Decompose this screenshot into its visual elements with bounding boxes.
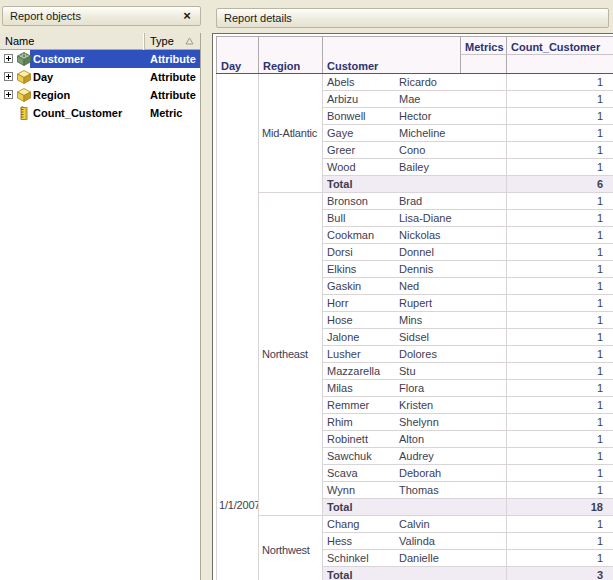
total-value-cell[interactable]: 3	[507, 567, 613, 580]
total-label-cell[interactable]: Total	[323, 176, 507, 193]
metric-value-cell[interactable]: 1	[507, 346, 613, 363]
report-objects-title: Report objects	[10, 10, 81, 22]
customer-cell[interactable]: HorrRupert	[323, 295, 507, 312]
metric-value-cell[interactable]: 1	[507, 550, 613, 567]
metric-value-cell[interactable]: 1	[507, 516, 613, 533]
tree-item-label: Count_Customer	[33, 104, 122, 122]
region-cell[interactable]: Mid-Atlantic	[259, 74, 323, 193]
metric-value-cell[interactable]: 1	[507, 74, 613, 91]
metric-value-cell[interactable]: 1	[507, 380, 613, 397]
customer-cell[interactable]: BonwellHector	[323, 108, 507, 125]
metric-value-cell[interactable]: 1	[507, 431, 613, 448]
metric-value-cell[interactable]: 1	[507, 227, 613, 244]
metric-value-cell[interactable]: 1	[507, 261, 613, 278]
header-day[interactable]: Day	[217, 37, 259, 74]
column-header-type[interactable]: Type	[145, 33, 200, 50]
customer-cell[interactable]: JaloneSidsel	[323, 329, 507, 346]
customer-cell[interactable]: GaskinNed	[323, 278, 507, 295]
day-cell[interactable]: 1/1/2007	[217, 74, 259, 580]
tree-item-type: Attribute	[150, 86, 196, 104]
customer-cell[interactable]: MilasFlora	[323, 380, 507, 397]
total-value-cell[interactable]: 18	[507, 499, 613, 516]
metric-value-cell[interactable]: 1	[507, 312, 613, 329]
attribute-icon	[16, 88, 32, 102]
header-region[interactable]: Region	[259, 37, 323, 74]
grid-data-row: 1/1/2007Mid-AtlanticAbelsRicardo1	[217, 74, 613, 91]
metric-value-cell[interactable]: 1	[507, 329, 613, 346]
customer-cell[interactable]: GayeMicheline	[323, 125, 507, 142]
report-details-titlebar: Report details	[216, 8, 609, 28]
tree-item-day[interactable]: DayAttribute	[0, 68, 200, 86]
application-window: Report objects × Name Type	[0, 0, 613, 580]
column-header-name[interactable]: Name	[0, 33, 145, 50]
tree-item-customer[interactable]: CustomerAttribute	[0, 50, 200, 68]
header-customer[interactable]: Customer	[323, 37, 461, 74]
report-grid-area: Day Region Customer Metrics Count_Custom…	[212, 33, 613, 580]
tree-item-label: Customer	[33, 50, 84, 68]
customer-cell[interactable]: CookmanNickolas	[323, 227, 507, 244]
customer-cell[interactable]: BullLisa-Diane	[323, 210, 507, 227]
expand-plus-icon[interactable]	[4, 72, 13, 81]
customer-cell[interactable]: SchinkelDanielle	[323, 550, 507, 567]
customer-cell[interactable]: HessValinda	[323, 533, 507, 550]
customer-cell[interactable]: MazzarellaStu	[323, 363, 507, 380]
report-details-panel: Report details Day Region Customer Metri…	[212, 0, 613, 580]
metric-value-cell[interactable]: 1	[507, 159, 613, 176]
metric-value-cell[interactable]: 1	[507, 448, 613, 465]
metric-value-cell[interactable]: 1	[507, 142, 613, 159]
header-count-customer[interactable]: Count_Customer	[507, 37, 613, 55]
metric-value-cell[interactable]: 1	[507, 278, 613, 295]
metric-value-cell[interactable]: 1	[507, 244, 613, 261]
customer-cell[interactable]: LusherDolores	[323, 346, 507, 363]
customer-cell[interactable]: WoodBailey	[323, 159, 507, 176]
customer-cell[interactable]: GreerCono	[323, 142, 507, 159]
customer-cell[interactable]: DorsiDonnel	[323, 244, 507, 261]
metric-value-cell[interactable]: 1	[507, 125, 613, 142]
header-metrics-sub[interactable]	[461, 55, 507, 74]
total-label-cell[interactable]: Total	[323, 567, 507, 580]
customer-cell[interactable]: AbelsRicardo	[323, 74, 507, 91]
report-objects-list: Name Type CustomerAttribute DayAttribute	[0, 33, 201, 580]
region-cell[interactable]: Northeast	[259, 193, 323, 516]
metric-value-cell[interactable]: 1	[507, 482, 613, 499]
sort-ascending-icon	[185, 37, 194, 45]
customer-cell[interactable]: ArbizuMae	[323, 91, 507, 108]
metric-value-cell[interactable]: 1	[507, 397, 613, 414]
tree-item-label: Day	[33, 68, 53, 86]
report-grid: Day Region Customer Metrics Count_Custom…	[216, 36, 613, 580]
customer-cell[interactable]: HoseMins	[323, 312, 507, 329]
customer-cell[interactable]: WynnThomas	[323, 482, 507, 499]
customer-cell[interactable]: ChangCalvin	[323, 516, 507, 533]
metric-value-cell[interactable]: 1	[507, 193, 613, 210]
region-cell[interactable]: Northwest	[259, 516, 323, 580]
customer-cell[interactable]: BronsonBrad	[323, 193, 507, 210]
customer-cell[interactable]: SawchukAudrey	[323, 448, 507, 465]
total-value-cell[interactable]: 6	[507, 176, 613, 193]
customer-cell[interactable]: ScavaDeborah	[323, 465, 507, 482]
tree-item-region[interactable]: RegionAttribute	[0, 86, 200, 104]
tree-item-type: Metric	[150, 104, 182, 122]
customer-cell[interactable]: RemmerKristen	[323, 397, 507, 414]
grid-data-row: NortheastBronsonBrad1	[217, 193, 613, 210]
metric-value-cell[interactable]: 1	[507, 363, 613, 380]
metric-value-cell[interactable]: 1	[507, 108, 613, 125]
report-details-title: Report details	[224, 12, 292, 24]
header-metrics[interactable]: Metrics	[461, 37, 507, 55]
header-count-customer-sub[interactable]	[507, 55, 613, 74]
customer-cell[interactable]: RobinettAlton	[323, 431, 507, 448]
customer-cell[interactable]: RhimShelynn	[323, 414, 507, 431]
metric-value-cell[interactable]: 1	[507, 210, 613, 227]
report-objects-panel: Report objects × Name Type	[0, 0, 212, 580]
metric-value-cell[interactable]: 1	[507, 533, 613, 550]
expand-plus-icon[interactable]	[4, 90, 13, 99]
metric-value-cell[interactable]: 1	[507, 91, 613, 108]
expand-plus-icon[interactable]	[4, 54, 13, 63]
metric-value-cell[interactable]: 1	[507, 465, 613, 482]
customer-cell[interactable]: ElkinsDennis	[323, 261, 507, 278]
attribute-icon	[16, 70, 32, 84]
tree-item-count_customer[interactable]: Count_CustomerMetric	[0, 104, 200, 122]
metric-value-cell[interactable]: 1	[507, 414, 613, 431]
total-label-cell[interactable]: Total	[323, 499, 507, 516]
close-icon[interactable]: ×	[180, 8, 194, 24]
metric-value-cell[interactable]: 1	[507, 295, 613, 312]
